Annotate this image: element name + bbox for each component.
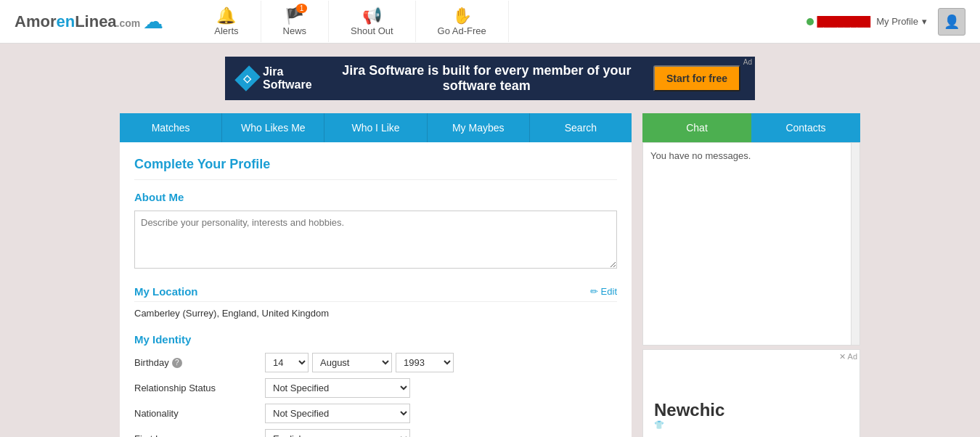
nationality-row: Nationality Not Specified British Americ…	[134, 404, 617, 423]
content-area: Matches Who Likes Me Who I Like My Maybe…	[120, 113, 632, 437]
birthday-day-select[interactable]: 14	[265, 353, 309, 372]
bell-icon: 🔔	[216, 7, 236, 25]
tab-contacts[interactable]: Contacts	[751, 113, 860, 142]
shoutout-icon-wrap: 📢	[362, 7, 382, 25]
main-nav-icons: 🔔 Alerts 🏴 1 News 📢 Shout Out ✋ Go Ad-Fr…	[192, 1, 806, 42]
content-nav: Matches Who Likes Me Who I Like My Maybe…	[120, 113, 632, 142]
birthday-label: Birthday ?	[134, 357, 265, 368]
tab-chat[interactable]: Chat	[642, 113, 751, 142]
chat-messages-area: You have no messages.	[642, 142, 860, 346]
location-title: My Location	[134, 285, 198, 298]
tab-my-maybes[interactable]: My Maybes	[428, 113, 530, 142]
nav-alerts-label: Alerts	[214, 25, 238, 36]
jira-brand-name: Jira Software	[263, 65, 320, 91]
logo[interactable]: AmorenLinea.com ☁	[15, 9, 163, 33]
go-ad-free-icon-wrap: ✋	[452, 7, 472, 25]
jira-diamond-icon: ◇	[234, 65, 260, 91]
first-language-label: First Language	[134, 433, 265, 437]
edit-label: Edit	[601, 286, 617, 297]
cloud-icon: ☁	[143, 9, 163, 33]
birthday-year-select[interactable]: 1993	[396, 353, 454, 372]
tab-who-likes-me[interactable]: Who Likes Me	[222, 113, 324, 142]
profile-name: ████████	[817, 16, 871, 27]
hand-icon: ✋	[452, 7, 472, 25]
nav-shoutout[interactable]: 📢 Shout Out	[329, 1, 416, 42]
tab-matches[interactable]: Matches	[120, 113, 222, 142]
avatar[interactable]: 👤	[938, 8, 965, 36]
edit-location-button[interactable]: ✏ Edit	[590, 286, 617, 297]
location-section: My Location ✏ Edit Camberley (Surrey), E…	[134, 285, 617, 319]
nationality-label: Nationality	[134, 408, 265, 419]
about-me-title: About Me	[134, 191, 617, 203]
header: AmorenLinea.com ☁ 🔔 Alerts 🏴 1 News 📢 Sh…	[0, 0, 980, 44]
birthday-month-select[interactable]: August	[312, 353, 392, 372]
nav-alerts[interactable]: 🔔 Alerts	[192, 1, 261, 42]
nav-shoutout-label: Shout Out	[351, 25, 393, 36]
nationality-select[interactable]: Not Specified British American Australia…	[265, 404, 410, 423]
profile-form: Complete Your Profile About Me My Locati…	[120, 142, 632, 437]
about-me-textarea[interactable]	[134, 211, 617, 269]
ad-product-image-placeholder: 👕	[654, 420, 664, 430]
first-language-select[interactable]: English Spanish French German Portuguese	[265, 429, 410, 437]
chat-tabs: Chat Contacts	[642, 113, 860, 142]
birthday-inputs: 14 August 1993	[265, 353, 454, 372]
chat-ad-content: Newchic 👕	[643, 389, 859, 438]
online-status-dot	[807, 18, 814, 25]
news-badge: 1	[296, 4, 308, 13]
tab-who-i-like[interactable]: Who I Like	[324, 113, 427, 142]
nav-go-ad-free[interactable]: ✋ Go Ad-Free	[416, 1, 509, 42]
identity-title: My Identity	[134, 333, 617, 346]
megaphone-icon: 📢	[362, 7, 382, 25]
relationship-status-label: Relationship Status	[134, 383, 265, 393]
jira-logo: ◇ Jira Software	[240, 65, 320, 91]
nav-news[interactable]: 🏴 1 News	[261, 1, 330, 42]
ad-wrapper: Ad ◇ Jira Software Jira Software is buil…	[0, 44, 980, 113]
nav-right: ████████ My Profile ▾ 👤	[807, 8, 965, 36]
location-value: Camberley (Surrey), England, United King…	[134, 308, 329, 319]
newchic-brand: Newchic	[654, 400, 724, 420]
tab-search[interactable]: Search	[530, 113, 632, 142]
alert-icon-wrap: 🔔	[216, 7, 236, 25]
relationship-status-row: Relationship Status Not Specified Single…	[134, 378, 617, 398]
logo-en: en	[56, 12, 75, 30]
location-header: My Location ✏ Edit	[134, 285, 617, 302]
form-title: Complete Your Profile	[134, 157, 617, 180]
jira-cta-button[interactable]: Start for free	[653, 65, 740, 91]
my-profile-menu[interactable]: ████████ My Profile ▾	[807, 16, 927, 27]
relationship-status-input: Not Specified Single Divorced Separated …	[265, 378, 410, 398]
logo-com: .com	[117, 17, 141, 29]
no-messages-text: You have no messages.	[650, 150, 751, 161]
my-profile-label: My Profile	[876, 16, 918, 27]
logo-amor: Amor	[15, 12, 56, 30]
first-language-input: English Spanish French German Portuguese	[265, 429, 410, 437]
identity-section: My Identity Birthday ? 14 August	[134, 333, 617, 437]
pencil-icon: ✏	[590, 286, 598, 297]
news-icon-wrap: 🏴 1	[285, 7, 304, 25]
relationship-status-select[interactable]: Not Specified Single Divorced Separated …	[265, 378, 410, 398]
chat-sidebar: Chat Contacts You have no messages. Newc…	[642, 113, 860, 437]
ad-label: Ad	[743, 58, 752, 66]
birthday-help-icon[interactable]: ?	[172, 358, 182, 368]
ad-banner: Ad ◇ Jira Software Jira Software is buil…	[225, 57, 755, 100]
dropdown-arrow-icon: ▾	[922, 16, 927, 27]
chat-ad-banner: Newchic 👕 ✕ Ad	[642, 349, 860, 437]
logo-linea: Linea	[75, 12, 116, 30]
first-language-row: First Language English Spanish French Ge…	[134, 429, 617, 437]
chat-scrollbar[interactable]	[851, 143, 859, 345]
nationality-input: Not Specified British American Australia…	[265, 404, 410, 423]
birthday-row: Birthday ? 14 August 1993	[134, 353, 617, 372]
jira-tagline: Jira Software is built for every member …	[335, 63, 639, 94]
ad-close-button[interactable]: ✕ Ad	[839, 352, 857, 362]
main-wrapper: Matches Who Likes Me Who I Like My Maybe…	[0, 113, 980, 437]
nav-news-label: News	[283, 25, 307, 36]
nav-go-ad-free-label: Go Ad-Free	[438, 25, 486, 36]
avatar-icon: 👤	[944, 14, 960, 30]
